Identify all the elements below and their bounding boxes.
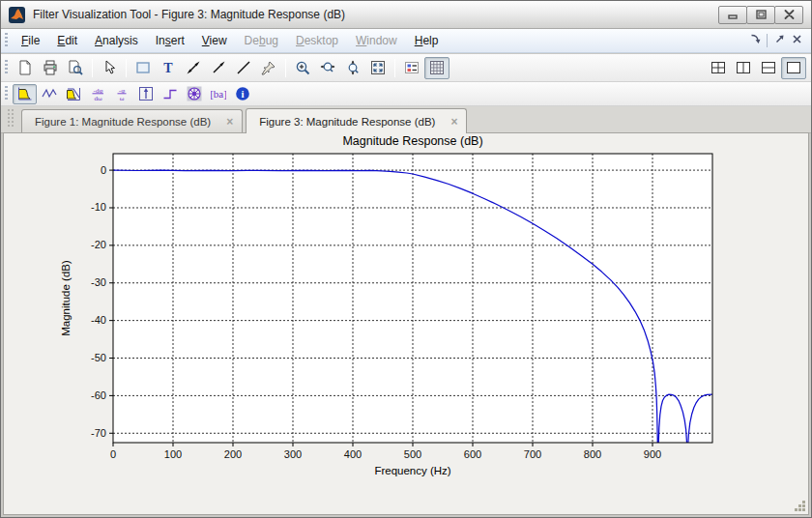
zoom-x-button[interactable]	[315, 57, 340, 79]
restore-view-button[interactable]	[365, 57, 391, 79]
step-response-button[interactable]	[158, 84, 182, 104]
zoom-in-icon	[295, 60, 310, 75]
phase-delay-button[interactable]: -φω	[109, 84, 133, 104]
edit-plot-button[interactable]	[97, 57, 122, 79]
mag-phase-icon	[66, 86, 81, 101]
tab-close-icon[interactable]: ×	[226, 116, 233, 128]
layout-quad-icon	[710, 60, 726, 75]
undock-arrow-icon	[773, 32, 786, 49]
tabbar-grip-handle[interactable]	[8, 109, 14, 127]
window-title: Filter Visualization Tool - Figure 3: Ma…	[33, 8, 345, 21]
menu-bar: FileEditAnalysisInsertViewDebugDesktopWi…	[1, 29, 811, 53]
svg-text:dω: dω	[94, 95, 102, 102]
menu-item-file[interactable]: File	[13, 30, 48, 51]
toggle-grid-button[interactable]	[424, 57, 450, 79]
tab-figure-1[interactable]: Figure 1: Magnitude Response (dB)×	[21, 109, 243, 132]
close-figure-button[interactable]	[788, 32, 805, 49]
maximize-button[interactable]	[746, 6, 775, 24]
title-bar[interactable]: Filter Visualization Tool - Figure 3: Ma…	[1, 1, 811, 29]
y-tick-label: -10	[91, 201, 106, 213]
phase-icon	[42, 86, 57, 101]
minimize-icon	[728, 10, 739, 19]
zoom-y-icon	[345, 60, 361, 75]
svg-text:i: i	[241, 88, 244, 100]
new-session-button[interactable]	[13, 57, 38, 79]
close-button[interactable]	[774, 6, 803, 24]
legend-icon	[404, 60, 420, 75]
impulse-response-button[interactable]	[133, 84, 158, 104]
magnitude-response-button[interactable]	[13, 84, 37, 104]
zoom-in-button[interactable]	[290, 57, 315, 79]
zoom-y-button[interactable]	[340, 57, 365, 79]
layout-single-button[interactable]	[781, 57, 806, 79]
dock-figure-button[interactable]	[746, 32, 764, 49]
toggle-legend-button[interactable]	[399, 57, 424, 79]
x-tick-label: 800	[584, 448, 601, 460]
group-delay-button[interactable]: -dφdω	[85, 84, 109, 104]
y-tick-label: 0	[101, 164, 106, 176]
x-axis-label: Frequency (Hz)	[374, 465, 450, 476]
tab-figure-3[interactable]: Figure 3: Magnitude Response (dB)×	[246, 108, 467, 133]
step-icon	[162, 86, 178, 101]
svg-text:-dφ: -dφ	[93, 87, 102, 95]
rectangle-icon	[135, 60, 151, 75]
zoom-x-icon	[320, 60, 335, 75]
close-x-icon	[791, 32, 803, 49]
menu-item-window[interactable]: Window	[347, 30, 406, 51]
print-preview-button[interactable]	[63, 57, 88, 79]
menu-item-view[interactable]: View	[193, 30, 236, 51]
print-icon	[43, 60, 58, 75]
menubar-grip-handle[interactable]	[5, 33, 8, 48]
menu-item-debug[interactable]: Debug	[236, 30, 287, 51]
undock-figure-button[interactable]	[770, 32, 788, 49]
insert-double-arrow-button[interactable]	[181, 57, 206, 79]
arrow-icon	[211, 60, 226, 75]
magnitude-and-phase-button[interactable]	[61, 84, 85, 104]
double-arrow-icon	[186, 60, 201, 75]
impulse-icon	[138, 86, 154, 101]
menu-item-edit[interactable]: Edit	[48, 30, 86, 51]
y-tick-label: -40	[91, 314, 106, 326]
phase-delay-icon: -φω	[114, 86, 130, 101]
menu-item-help[interactable]: Help	[406, 30, 448, 51]
maximize-icon	[756, 10, 767, 19]
minimize-button[interactable]	[718, 6, 747, 24]
pin-icon	[261, 60, 276, 75]
filter-info-button[interactable]: i	[230, 84, 254, 104]
matlab-app-icon	[9, 7, 25, 23]
phase-response-button[interactable]	[37, 84, 61, 104]
toolbar-grip-handle[interactable]	[5, 60, 8, 75]
resize-grip[interactable]	[795, 501, 806, 512]
figure-toolbar: T	[1, 54, 811, 82]
toolbar-separator	[126, 59, 127, 77]
group-delay-icon: -dφdω	[90, 86, 105, 101]
layout-quad-button[interactable]	[706, 57, 731, 79]
analysis-toolbar-grip-handle[interactable]	[5, 86, 8, 101]
text-icon: T	[160, 60, 176, 75]
menu-item-insert[interactable]: Insert	[147, 30, 193, 51]
layout-horizontal-button[interactable]	[756, 57, 781, 79]
print-button[interactable]	[38, 57, 63, 79]
layout-horizontal-icon	[761, 60, 776, 75]
menu-item-analysis[interactable]: Analysis	[86, 30, 147, 51]
svg-text:-φ: -φ	[118, 87, 124, 95]
layout-vertical-button[interactable]	[731, 57, 756, 79]
magnitude-response-plot[interactable]: 01002003004005006007008009000-10-20-30-4…	[4, 133, 808, 514]
coefficients-button[interactable]: [ba]	[206, 84, 230, 104]
x-tick-label: 600	[464, 448, 481, 460]
insert-line-button[interactable]	[231, 57, 256, 79]
menu-item-desktop[interactable]: Desktop	[287, 30, 347, 51]
toolbar-separator	[92, 59, 93, 77]
pole-zero-button[interactable]	[182, 84, 206, 104]
y-tick-label: -70	[91, 427, 106, 439]
insert-rectangle-button[interactable]	[130, 57, 156, 79]
svg-text:ω: ω	[119, 95, 124, 102]
new-document-icon	[17, 60, 33, 75]
insert-text-button[interactable]: T	[156, 57, 181, 79]
insert-arrow-button[interactable]	[206, 57, 231, 79]
tab-close-icon[interactable]: ×	[450, 116, 457, 128]
fvtool-window: Filter Visualization Tool - Figure 3: Ma…	[0, 0, 812, 518]
analysis-toolbar: -dφdω-φω[ba]i	[1, 82, 811, 106]
pin-to-axes-button[interactable]	[256, 57, 281, 79]
dock-curved-arrow-icon	[749, 32, 762, 49]
